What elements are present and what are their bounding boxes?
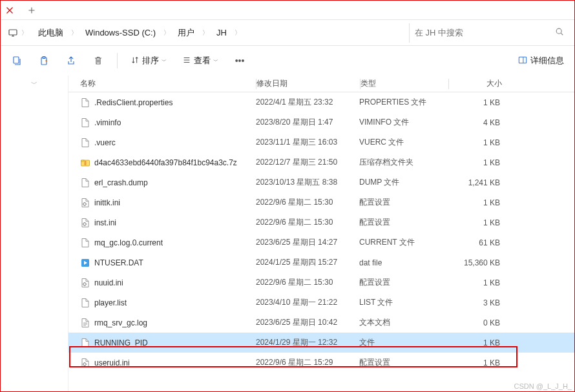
file-date: 2023/8/20 星期日 1:47 (256, 117, 359, 128)
crumb-users[interactable]: 用户 (174, 25, 198, 41)
svg-rect-5 (519, 57, 526, 63)
crumb-current[interactable]: JH (213, 25, 231, 40)
col-size[interactable]: 大小 (449, 78, 514, 89)
file-name: RUNNING_PID (94, 338, 148, 347)
search-box[interactable] (409, 23, 569, 43)
chevron-right-icon: 〉 (20, 28, 29, 37)
delete-button[interactable] (87, 50, 109, 72)
details-pane-button[interactable]: 详细信息 (512, 51, 569, 70)
file-icon (80, 178, 90, 188)
sort-button[interactable]: 排序 ﹀ (125, 51, 172, 70)
content-area: ﹀ 名称 修改日期 类型 大小 .RedisClient.properties2… (1, 76, 574, 391)
file-icon (80, 278, 90, 288)
svg-rect-2 (14, 57, 19, 63)
crumb-drive[interactable]: Windows-SSD (C:) (81, 25, 160, 40)
file-row[interactable]: NTUSER.DAT2024/1/25 星期四 15:27dat file15,… (68, 253, 574, 273)
file-name: inittk.ini (94, 198, 120, 207)
search-input[interactable] (415, 28, 555, 37)
file-name: NTUSER.DAT (94, 258, 143, 267)
file-rows: .RedisClient.properties2022/4/1 星期五 23:3… (68, 92, 574, 373)
chevron-right-icon: 〉 (70, 28, 79, 37)
file-row[interactable]: erl_crash.dump2023/10/13 星期五 8:38DUMP 文件… (68, 172, 574, 192)
file-name: erl_crash.dump (94, 178, 148, 187)
crumb-pc[interactable]: 此电脑 (34, 25, 67, 41)
file-date: 2023/10/13 星期五 8:38 (256, 177, 359, 188)
titlebar (1, 1, 574, 20)
view-button[interactable]: 查看 ﹀ (177, 51, 224, 70)
file-type: VIMINFO 文件 (359, 117, 447, 128)
file-row[interactable]: inst.ini2022/9/6 星期二 15:30配置设置1 KB (68, 212, 574, 232)
file-row[interactable]: .vuerc2023/11/1 星期三 16:03VUERC 文件1 KB (68, 132, 574, 152)
file-type: DUMP 文件 (359, 177, 447, 188)
file-name: useruid.ini (94, 358, 130, 367)
file-icon (80, 298, 90, 308)
share-button[interactable] (60, 50, 82, 72)
search-icon[interactable] (555, 27, 564, 38)
file-name: rmq_srv_gc.log (94, 318, 147, 327)
file-row[interactable]: inittk.ini2022/9/6 星期二 15:30配置设置1 KB (68, 192, 574, 212)
file-date: 2022/9/6 星期二 15:30 (256, 277, 359, 288)
nav-sidebar[interactable]: ﹀ (1, 76, 68, 391)
col-date[interactable]: 修改日期 (256, 78, 360, 89)
file-type: 配置设置 (359, 277, 447, 288)
file-date: 2022/12/7 星期三 21:50 (256, 157, 359, 168)
file-icon (80, 198, 90, 208)
svg-rect-7 (85, 161, 87, 165)
column-headers: 名称 修改日期 类型 大小 (68, 76, 574, 92)
file-type: CURRENT 文件 (359, 237, 447, 248)
file-size: 1 KB (447, 198, 512, 207)
file-size: 1,241 KB (447, 178, 512, 187)
file-icon (80, 118, 90, 128)
file-type: PROPERTIES 文件 (359, 97, 447, 108)
file-icon (80, 218, 90, 228)
file-icon (80, 158, 90, 168)
file-size: 15,360 KB (447, 258, 512, 267)
file-size: 3 KB (447, 298, 512, 307)
details-icon (518, 56, 528, 67)
separator (117, 53, 118, 68)
file-size: 1 KB (447, 278, 512, 287)
file-row[interactable]: nuuid.ini2022/9/6 星期二 15:30配置设置1 KB (68, 273, 574, 293)
chevron-right-icon: 〉 (201, 28, 210, 37)
file-name: mq_gc.log.0.current (94, 238, 163, 247)
file-type: 配置设置 (359, 197, 447, 208)
file-type: dat file (359, 258, 447, 267)
new-tab-button[interactable] (23, 1, 41, 19)
address-bar: 〉 此电脑 〉 Windows-SSD (C:) 〉 用户 〉 JH 〉 (1, 20, 574, 46)
file-type: 配置设置 (359, 357, 447, 368)
col-name[interactable]: 名称 (68, 78, 256, 89)
file-name: player.list (94, 298, 127, 307)
file-icon (80, 338, 90, 348)
col-type[interactable]: 类型 (361, 78, 448, 89)
tab-close-button[interactable] (3, 4, 16, 17)
file-date: 2023/6/25 星期日 10:42 (256, 317, 359, 328)
file-name: .vuerc (94, 138, 116, 147)
copy-button[interactable] (6, 50, 28, 72)
file-icon (80, 138, 90, 148)
file-row[interactable]: mq_gc.log.0.current2023/6/25 星期日 14:27CU… (68, 232, 574, 253)
file-row[interactable]: .viminfo2023/8/20 星期日 1:47VIMINFO 文件4 KB (68, 112, 574, 132)
sort-icon (131, 56, 140, 67)
file-type: LIST 文件 (359, 297, 447, 308)
file-row[interactable]: player.list2023/4/10 星期一 21:22LIST 文件3 K… (68, 293, 574, 313)
file-row[interactable]: RUNNING_PID2024/1/29 星期一 12:32文件1 KB (68, 333, 574, 353)
file-name: .viminfo (94, 118, 121, 127)
chevron-right-icon: 〉 (162, 28, 171, 37)
pc-icon[interactable] (6, 26, 20, 40)
svg-point-1 (556, 28, 561, 34)
file-size: 1 KB (447, 358, 512, 367)
file-icon (80, 318, 90, 328)
more-button[interactable]: ••• (229, 50, 251, 72)
file-row[interactable]: d4ac4633ebd6440fa397b84f1bc94a3c.7z2022/… (68, 152, 574, 172)
view-label: 查看 (194, 55, 211, 67)
file-icon (80, 358, 90, 368)
file-row[interactable]: rmq_srv_gc.log2023/6/25 星期日 10:42文本文档0 K… (68, 313, 574, 333)
file-row[interactable]: useruid.ini2022/9/6 星期二 15:29配置设置1 KB (68, 353, 574, 373)
file-type: VUERC 文件 (359, 137, 447, 148)
file-row[interactable]: .RedisClient.properties2022/4/1 星期五 23:3… (68, 92, 574, 112)
toolbar: 排序 ﹀ 查看 ﹀ ••• 详细信息 (1, 46, 574, 76)
chevron-down-icon[interactable]: ﹀ (1, 76, 68, 92)
file-size: 1 KB (447, 158, 512, 167)
file-date: 2022/9/6 星期二 15:30 (256, 197, 359, 208)
paste-button[interactable] (33, 50, 55, 72)
